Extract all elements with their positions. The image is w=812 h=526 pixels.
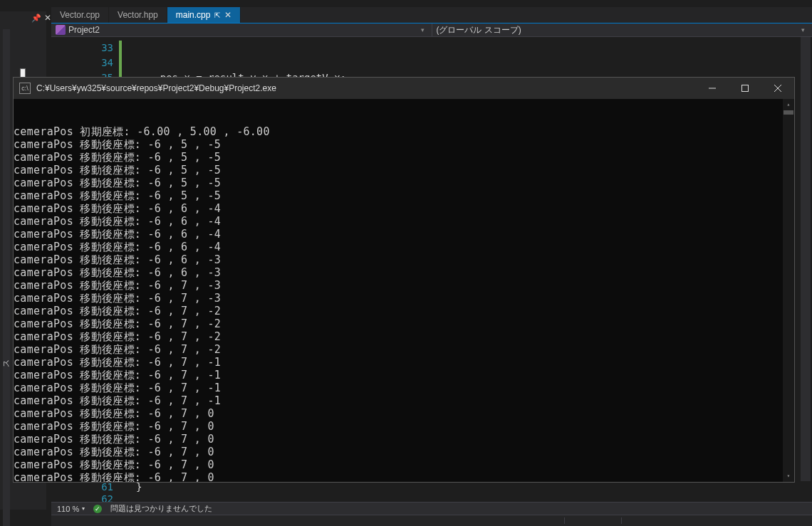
console-line: cameraPos 移動後座標: -6 , 5 , -5: [14, 138, 794, 151]
console-line: cameraPos 移動後座標: -6 , 7 , -1: [14, 394, 794, 407]
console-titlebar[interactable]: c:\ C:¥Users¥yw325¥source¥repos¥Project2…: [14, 78, 794, 99]
status-bar: 110 % ▾ ✓ 問題は見つかりませんでした: [51, 502, 812, 515]
chevron-down-icon: ▾: [421, 26, 425, 33]
scroll-up-icon[interactable]: ▴: [783, 99, 794, 110]
console-line: cameraPos 移動後座標: -6 , 6 , -3: [14, 266, 794, 279]
console-output[interactable]: cemeraPos 初期座標: -6.00 , 5.00 , -6.00came…: [14, 99, 794, 482]
close-icon[interactable]: ✕: [44, 13, 51, 23]
console-line: cameraPos 移動後座標: -6 , 6 , -4: [14, 241, 794, 253]
console-line: cameraPos 移動後座標: -6 , 7 , -1: [14, 382, 794, 394]
maximize-button[interactable]: [729, 78, 761, 99]
console-line: cameraPos 移動後座標: -6 , 6 , -4: [14, 202, 794, 215]
code-line: }: [136, 481, 812, 493]
line-number: 33: [51, 41, 119, 56]
console-line: cameraPos 移動後座標: -6 , 5 , -5: [14, 164, 794, 177]
ide-root: 📌 ✕ スト Vector.cpp Vector.hpp main.cpp ⇱ …: [0, 0, 812, 526]
chevron-down-icon: ▾: [82, 505, 85, 512]
console-line: cameraPos 移動後座標: -6 , 7 , -2: [14, 343, 794, 356]
console-title: C:¥Users¥yw325¥source¥repos¥Project2¥Deb…: [36, 83, 276, 93]
project-icon: [56, 25, 66, 35]
console-line: cameraPos 移動後座標: -6 , 6 , -4: [14, 215, 794, 228]
console-line: cameraPos 移動後座標: -6 , 7 , -1: [14, 356, 794, 369]
console-line: cameraPos 移動後座標: -6 , 7 , -2: [14, 305, 794, 317]
tab-vector-hpp[interactable]: Vector.hpp: [109, 7, 167, 23]
tab-label: Vector.hpp: [118, 10, 158, 20]
line-number: 61: [51, 481, 119, 493]
console-line: cameraPos 移動後座標: -6 , 7 , -3: [14, 279, 794, 292]
console-scrollbar[interactable]: ▴ ▾: [783, 99, 794, 482]
project-selector[interactable]: Project2 ▾: [51, 23, 432, 36]
console-line: cameraPos 移動後座標: -6 , 7 , -3: [14, 292, 794, 305]
scope-name: (グローバル スコープ): [437, 24, 521, 36]
status-message: 問題は見つかりませんでした: [110, 503, 212, 514]
pin-icon[interactable]: 📌: [31, 14, 41, 23]
console-line: cameraPos 移動後座標: -6 , 7 , 0: [14, 458, 794, 471]
console-line: cameraPos 移動後座標: -6 , 5 , -5: [14, 177, 794, 189]
console-line: cameraPos 移動後座標: -6 , 7 , 0: [14, 471, 794, 482]
scroll-thumb[interactable]: [784, 110, 793, 115]
console-line: cameraPos 移動後座標: -6 , 6 , -4: [14, 228, 794, 241]
console-line: cameraPos 移動後座標: -6 , 7 , 0: [14, 420, 794, 433]
zoom-level[interactable]: 110 % ▾: [57, 505, 85, 513]
check-icon: ✓: [93, 505, 102, 513]
pin-icon[interactable]: ⇱: [214, 11, 220, 19]
navigation-bar: Project2 ▾ (グローバル スコープ) ▾: [51, 23, 812, 37]
close-button[interactable]: [761, 78, 794, 99]
console-line: cameraPos 移動後座標: -6 , 7 , 0: [14, 433, 794, 446]
side-vertical-strip[interactable]: スト: [3, 29, 10, 526]
console-line: cameraPos 移動後座標: -6 , 6 , -3: [14, 253, 794, 266]
line-number: 34: [51, 56, 119, 70]
minimize-button[interactable]: [696, 78, 729, 99]
project-name: Project2: [68, 25, 100, 35]
close-icon[interactable]: ✕: [224, 10, 231, 20]
chevron-down-icon: ▾: [801, 26, 805, 33]
console-line: cameraPos 移動後座標: -6 , 7 , 0: [14, 407, 794, 420]
console-line: cameraPos 移動後座標: -6 , 7 , -2: [14, 330, 794, 343]
tab-vector-cpp[interactable]: Vector.cpp: [51, 7, 109, 23]
editor-scrollbar[interactable]: [801, 37, 811, 500]
console-line: cameraPos 移動後座標: -6 , 7 , -2: [14, 317, 794, 330]
tab-label: main.cpp: [176, 10, 211, 20]
bottom-panel-tabs: [51, 515, 812, 526]
tab-bar: Vector.cpp Vector.hpp main.cpp ⇱ ✕: [51, 7, 812, 23]
console-line: cameraPos 移動後座標: -6 , 5 , -5: [14, 189, 794, 202]
console-line: cameraPos 移動後座標: -6 , 5 , -5: [14, 151, 794, 164]
svg-rect-1: [742, 85, 749, 92]
scroll-down-icon[interactable]: ▾: [783, 470, 794, 482]
scope-selector[interactable]: (グローバル スコープ) ▾: [432, 23, 813, 36]
console-line: cemeraPos 初期座標: -6.00 , 5.00 , -6.00: [14, 125, 794, 138]
console-line: cameraPos 移動後座標: -6 , 7 , -1: [14, 369, 794, 382]
console-line: cameraPos 移動後座標: -6 , 7 , 0: [14, 446, 794, 458]
console-window: c:\ C:¥Users¥yw325¥source¥repos¥Project2…: [13, 77, 795, 483]
app-icon: c:\: [19, 83, 31, 94]
tab-main-cpp[interactable]: main.cpp ⇱ ✕: [167, 7, 241, 23]
tab-label: Vector.cpp: [60, 10, 100, 20]
